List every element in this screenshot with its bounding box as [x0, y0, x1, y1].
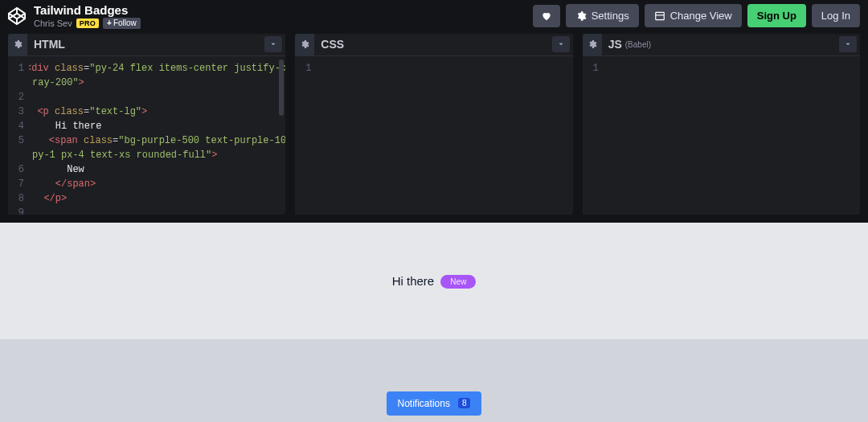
css-collapse-button[interactable] [552, 36, 570, 52]
svg-rect-0 [655, 12, 664, 19]
author-name[interactable]: Chris Sev [34, 18, 72, 29]
css-pane: CSS 1 [295, 34, 572, 215]
signup-label: Sign Up [757, 10, 796, 22]
js-settings-button[interactable] [583, 34, 602, 55]
codepen-icon [7, 6, 27, 26]
pen-title: Tailwind Badges [34, 3, 141, 17]
codepen-logo[interactable] [6, 6, 27, 27]
gear-icon [13, 39, 23, 49]
js-collapse-button[interactable] [839, 36, 857, 52]
scrollbar[interactable] [279, 59, 284, 116]
preview-badge-new: New [440, 275, 476, 289]
js-pane-subtitle: (Babel) [625, 40, 651, 49]
html-code[interactable]: ▾<div class="py-24 flex items-center jus… [29, 56, 285, 215]
preview-notifications-count: 8 [458, 398, 471, 408]
js-pane-title: JS [602, 38, 622, 51]
title-block: Tailwind Badges Chris Sev PRO + Follow [34, 3, 141, 29]
css-editor[interactable]: 1 [295, 56, 572, 215]
follow-button[interactable]: + Follow [103, 18, 141, 29]
html-gutter: 123456789101112 [8, 56, 29, 215]
js-pane-header: JS (Babel) [583, 34, 860, 56]
preview-frame: Hi there New Notifications 8 [0, 223, 868, 422]
gear-icon [300, 39, 309, 49]
follow-label: Follow [113, 18, 137, 28]
preview-section-2: Notifications 8 [0, 339, 868, 422]
js-gutter: 1 [583, 56, 604, 215]
gear-icon [575, 10, 587, 22]
signup-button[interactable]: Sign Up [747, 4, 806, 27]
preview-text-hi: Hi there New [392, 274, 477, 288]
preview-hi-label: Hi there [392, 274, 435, 288]
settings-label: Settings [592, 10, 629, 22]
preview-notifications-button[interactable]: Notifications 8 [387, 391, 482, 416]
css-pane-title: CSS [314, 38, 344, 51]
css-settings-button[interactable] [295, 34, 314, 55]
chevron-down-icon [557, 40, 565, 48]
settings-button[interactable]: Settings [566, 4, 639, 27]
html-pane: HTML 123456789101112 ▾<div class="py-24 … [8, 34, 285, 215]
plus-icon: + [107, 18, 112, 28]
chevron-down-icon [844, 40, 852, 48]
layout-icon [654, 10, 665, 22]
editor-row: HTML 123456789101112 ▾<div class="py-24 … [0, 34, 868, 223]
change-view-label: Change View [670, 10, 732, 22]
heart-icon [541, 10, 552, 22]
css-gutter: 1 [295, 56, 316, 215]
html-editor[interactable]: 123456789101112 ▾<div class="py-24 flex … [8, 56, 285, 215]
html-pane-header: HTML [8, 34, 285, 56]
chevron-down-icon [269, 40, 277, 48]
preview-notifications-label: Notifications [398, 398, 450, 409]
css-pane-header: CSS [295, 34, 572, 56]
html-settings-button[interactable] [8, 34, 27, 55]
pro-badge: PRO [76, 18, 99, 28]
login-label: Log In [821, 10, 850, 22]
change-view-button[interactable]: Change View [645, 4, 742, 27]
js-code[interactable] [604, 56, 860, 215]
js-pane: JS (Babel) 1 [583, 34, 860, 215]
preview-section-1: Hi there New [0, 223, 868, 339]
html-pane-title: HTML [27, 38, 65, 51]
css-code[interactable] [316, 56, 572, 215]
heart-button[interactable] [533, 5, 560, 27]
login-button[interactable]: Log In [812, 4, 860, 27]
gear-icon [588, 39, 597, 49]
app-header: Tailwind Badges Chris Sev PRO + Follow S… [0, 0, 868, 34]
html-collapse-button[interactable] [264, 36, 282, 52]
js-editor[interactable]: 1 [583, 56, 860, 215]
